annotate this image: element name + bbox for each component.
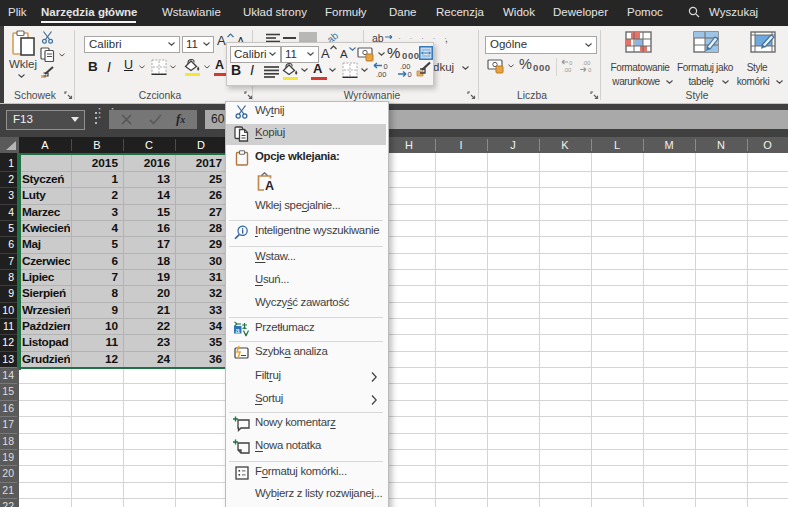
svg-text:0: 0 — [569, 60, 573, 66]
svg-text:A: A — [265, 179, 274, 191]
svg-text:.00: .00 — [563, 67, 572, 73]
svg-text:0: 0 — [408, 70, 412, 78]
svg-text:.00: .00 — [376, 70, 386, 78]
